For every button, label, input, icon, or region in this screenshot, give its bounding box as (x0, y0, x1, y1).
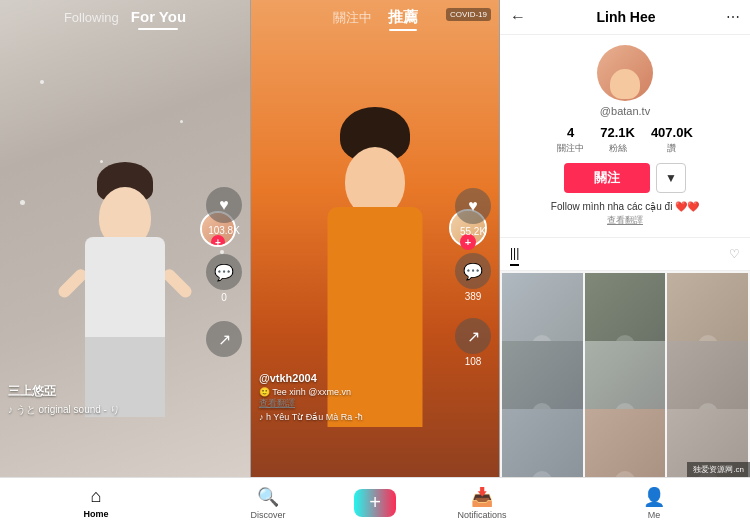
home-label: Home (83, 509, 108, 519)
stat-likes: 407.0K 讚 (651, 125, 693, 155)
stat-following: 4 關注中 (557, 125, 584, 155)
bottom-nav: ⌂ Home 🔍 Discover + 📥 Notifications 👤 Me (0, 477, 750, 527)
profile-bio: Follow mình nha các cậu đi ❤️❤️ (551, 201, 699, 212)
nav-me[interactable]: 👤 Me (568, 486, 740, 520)
me-icon: 👤 (643, 486, 665, 508)
video-grid: 11.1K 30.4K 15.4K 16.8K (500, 271, 750, 477)
foryou-tab[interactable]: For You (131, 8, 186, 25)
like-button-wrap[interactable]: ♥ 103.8K (206, 187, 242, 236)
middle-top-nav: 關注中 推薦 COVID-19 (251, 0, 499, 35)
comment-count: 0 (221, 292, 227, 303)
home-icon: ⌂ (91, 486, 102, 507)
like-icon[interactable]: ♥ (206, 187, 242, 223)
left-side-icons: ♥ 103.8K 💬 0 ↗ (206, 187, 242, 357)
profile-handle: @batan.tv (600, 105, 650, 117)
notifications-icon: 📥 (471, 486, 493, 508)
guanzhu-tab[interactable]: 關注中 (333, 9, 372, 27)
mid-comment-icon[interactable]: 💬 (455, 253, 491, 289)
avatar-baby-figure (610, 69, 640, 99)
middle-creator-info: @vtkh2004 🙂 Tee xinh @xxme.vn 查看翻譯 ♪ h Y… (259, 372, 444, 422)
mid-like-icon[interactable]: ♥ (455, 188, 491, 224)
profile-stats: 4 關注中 72.1K 粉絲 407.0K 讚 (557, 125, 693, 155)
profile-section: @batan.tv 4 關注中 72.1K 粉絲 407.0K 讚 關注 ▼ (500, 35, 750, 238)
following-tab[interactable]: Following (64, 10, 119, 25)
mid-share-count: 108 (465, 356, 482, 367)
watermark: 独爱资源网.cn (687, 462, 750, 477)
like-count: 103.8K (208, 225, 240, 236)
stat-followers-value: 72.1K (600, 125, 635, 140)
creator-song: ♪ うと original sound - り (8, 403, 120, 417)
stat-following-label: 關注中 (557, 142, 584, 155)
mid-comment-wrap[interactable]: 💬 389 (455, 253, 491, 302)
discover-label: Discover (250, 510, 285, 520)
right-panel: ← Linh Hee ⋯ @batan.tv 4 關注中 72.1K 粉絲 (500, 0, 750, 477)
nav-create-button[interactable]: + (354, 489, 396, 517)
dancer-arm-right (161, 267, 194, 300)
content-tabs: ||| ♡ (500, 238, 750, 271)
stat-followers-label: 粉絲 (609, 142, 627, 155)
left-panel: Following For You + ♥ 103.8K (0, 0, 250, 477)
follow-button[interactable]: 關注 (564, 163, 650, 193)
share-icon[interactable]: ↗ (206, 321, 242, 357)
mid-song: ♪ h Yêu Từ Đầu Mà Ra -ħ (259, 412, 444, 422)
tuijian-tab[interactable]: 推薦 (388, 8, 418, 25)
stat-likes-value: 407.0K (651, 125, 693, 140)
covid-badge: COVID-19 (446, 8, 491, 21)
profile-title: Linh Hee (534, 9, 718, 25)
stat-followers: 72.1K 粉絲 (600, 125, 635, 155)
mid-translate[interactable]: 查看翻譯 (259, 397, 444, 410)
comment-button-wrap[interactable]: 💬 0 (206, 254, 242, 303)
me-label: Me (648, 510, 661, 520)
left-creator-info: 三上悠亞 ♪ うと original sound - り (8, 383, 120, 417)
back-button[interactable]: ← (510, 8, 526, 26)
mid-username[interactable]: @vtkh2004 (259, 372, 444, 384)
foryou-underline (138, 28, 178, 30)
sparkle-1 (40, 80, 44, 84)
left-top-nav: Following For You (0, 0, 250, 34)
follow-dropdown-button[interactable]: ▼ (656, 163, 686, 193)
nav-home[interactable]: ⌂ Home (10, 486, 182, 519)
nav-discover[interactable]: 🔍 Discover (182, 486, 354, 520)
middle-panel: 關注中 推薦 COVID-19 + ♥ 55.2K 💬 (250, 0, 500, 477)
tab-liked[interactable]: ♡ (729, 243, 740, 265)
mid-like-wrap[interactable]: ♥ 55.2K (455, 188, 491, 237)
middle-figure (285, 47, 465, 427)
share-button-wrap[interactable]: ↗ (206, 321, 242, 357)
mid-like-count: 55.2K (460, 226, 486, 237)
mid-share-icon[interactable]: ↗ (455, 318, 491, 354)
tab-videos[interactable]: ||| (510, 242, 519, 266)
discover-icon: 🔍 (257, 486, 279, 508)
video-thumb-7[interactable] (502, 409, 583, 477)
profile-avatar (597, 45, 653, 101)
comment-icon[interactable]: 💬 (206, 254, 242, 290)
tuijian-underline (389, 29, 417, 31)
music-note-icon: ♪ (8, 404, 13, 415)
right-header: ← Linh Hee ⋯ (500, 0, 750, 35)
mid-desc: 🙂 Tee xinh @xxme.vn (259, 387, 444, 397)
creator-name: 三上悠亞 (8, 383, 120, 400)
stat-likes-label: 讚 (667, 142, 676, 155)
notifications-label: Notifications (457, 510, 506, 520)
right-share-icon[interactable]: ⋯ (726, 9, 740, 25)
middle-side-icons: ♥ 55.2K 💬 389 ↗ 108 (455, 188, 491, 367)
profile-translate[interactable]: 查看翻譯 (607, 214, 643, 227)
nav-notifications[interactable]: 📥 Notifications (396, 486, 568, 520)
sparkle-3 (20, 200, 25, 205)
mid-share-wrap[interactable]: ↗ 108 (455, 318, 491, 367)
video-thumb-8[interactable] (585, 409, 666, 477)
mid-comment-count: 389 (465, 291, 482, 302)
dancing-figure (45, 97, 205, 417)
stat-following-value: 4 (567, 125, 574, 140)
follow-row: 關注 ▼ (564, 163, 686, 193)
profile-avatar-inner (597, 45, 653, 101)
